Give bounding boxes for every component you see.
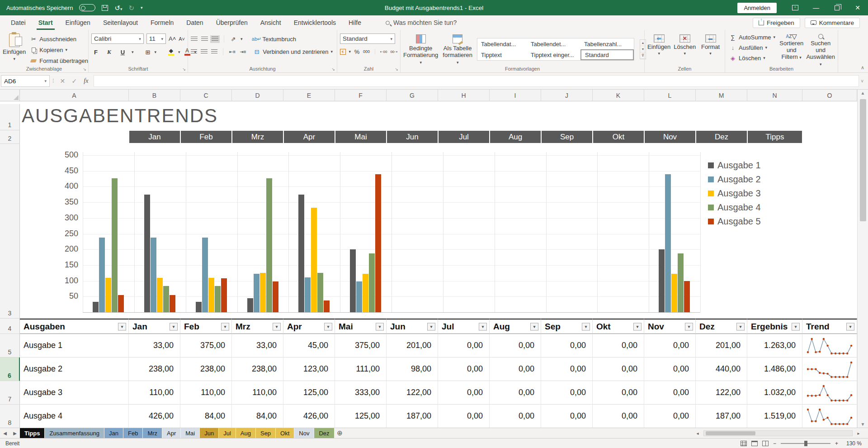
- ribbon-tab-hilfe[interactable]: Hilfe: [342, 15, 368, 30]
- tell-me-search[interactable]: Was möchten Sie tun?: [386, 19, 457, 26]
- chart-bar-ausgabe2-jan[interactable]: [99, 238, 105, 312]
- month-nav-apr[interactable]: Apr: [284, 131, 335, 143]
- filter-button-trend[interactable]: ▾: [846, 323, 854, 330]
- filter-button-jan[interactable]: ▾: [170, 323, 178, 330]
- table-cell-sparkline[interactable]: [802, 381, 857, 405]
- table-cell-value[interactable]: 111,00: [335, 357, 387, 381]
- chart-bar-ausgabe3-apr[interactable]: [260, 273, 266, 312]
- filter-button-mrz[interactable]: ▾: [273, 323, 281, 330]
- chart-bar-ausgabe3-mrz[interactable]: [208, 278, 214, 312]
- table-cell-value[interactable]: 0,00: [593, 405, 644, 428]
- hscroll-right-icon[interactable]: ▸: [854, 431, 863, 436]
- table-cell-name[interactable]: Ausgabe 2: [20, 357, 129, 381]
- table-cell-value[interactable]: 123,00: [283, 357, 335, 381]
- scroll-down-icon[interactable]: ▼: [861, 422, 865, 427]
- sheet-tab-jul[interactable]: Jul: [219, 428, 236, 438]
- tab-scroll-right-icon[interactable]: ▶: [10, 428, 20, 438]
- table-cell-sparkline[interactable]: [802, 405, 857, 428]
- chart-legend-item[interactable]: Ausgabe 5: [708, 216, 761, 227]
- table-cell-value[interactable]: 110,00: [232, 381, 283, 405]
- filter-button-dez[interactable]: ▾: [736, 323, 745, 330]
- table-cell-total[interactable]: 1.486,00: [747, 357, 802, 381]
- accounting-format-button[interactable]: €: [340, 49, 346, 55]
- table-header-aug[interactable]: Aug▾: [490, 319, 541, 334]
- table-cell-value[interactable]: 0,00: [490, 357, 541, 381]
- horizontal-scrollbar[interactable]: ◂ ▸: [693, 428, 868, 438]
- table-header-mai[interactable]: Mai▾: [335, 319, 387, 334]
- row-header-2[interactable]: 2: [0, 130, 20, 144]
- column-header-N[interactable]: N: [747, 90, 802, 101]
- table-cell-value[interactable]: 375,00: [180, 334, 232, 357]
- zoom-slider-thumb[interactable]: [804, 441, 807, 446]
- table-header-nov[interactable]: Nov▾: [644, 319, 696, 334]
- column-header-A[interactable]: A: [20, 90, 129, 101]
- insert-function-icon[interactable]: fx: [80, 77, 92, 85]
- table-cell-value[interactable]: 0,00: [490, 381, 541, 405]
- row-header-7[interactable]: 7: [0, 381, 20, 405]
- decrease-decimal-button[interactable]: 00⇢: [390, 48, 397, 55]
- comments-button[interactable]: Kommentare: [805, 18, 860, 28]
- clear-button[interactable]: ◈Löschen▾: [728, 53, 777, 62]
- column-header-E[interactable]: E: [283, 90, 335, 101]
- chart-bar-ausgabe2-dez[interactable]: [665, 174, 671, 312]
- table-cell-value[interactable]: 238,00: [129, 357, 180, 381]
- filter-button-feb[interactable]: ▾: [221, 323, 229, 330]
- column-header-F[interactable]: F: [335, 90, 387, 101]
- minimize-button[interactable]: —: [806, 0, 826, 15]
- format-painter-button[interactable]: Format übertragen: [28, 56, 90, 65]
- ribbon-tab-formeln[interactable]: Formeln: [144, 15, 180, 30]
- ribbon-tab-start[interactable]: Start: [32, 15, 59, 30]
- month-nav-dez[interactable]: Dez: [696, 131, 747, 143]
- sheet-tab-mai[interactable]: Mai: [181, 428, 199, 438]
- table-header-jun[interactable]: Jun▾: [387, 319, 438, 334]
- close-button[interactable]: ✕: [847, 0, 868, 15]
- chart-bar-ausgabe5-jun[interactable]: [375, 174, 381, 312]
- table-cell-name[interactable]: Ausgabe 1: [20, 334, 129, 357]
- chart-bar-ausgabe4-mai[interactable]: [317, 273, 323, 312]
- orientation-button[interactable]: ⇗: [230, 35, 237, 43]
- table-cell-value[interactable]: 333,00: [335, 381, 387, 405]
- table-cell-value[interactable]: 122,00: [696, 381, 747, 405]
- column-header-B[interactable]: B: [129, 90, 180, 101]
- chart-bar-ausgabe1-dez[interactable]: [659, 249, 665, 312]
- filter-button-aug[interactable]: ▾: [530, 323, 538, 330]
- chart-bar-ausgabe5-mrz[interactable]: [221, 278, 227, 312]
- delete-cells-button[interactable]: ✕ Löschen▾: [673, 33, 696, 56]
- table-header-sep[interactable]: Sep▾: [541, 319, 593, 334]
- table-header-dez[interactable]: Dez▾: [696, 319, 747, 334]
- month-nav-tipps[interactable]: Tipps: [748, 131, 802, 143]
- style-item[interactable]: Tabellenzahl...: [580, 41, 634, 48]
- table-cell-value[interactable]: 0,00: [438, 334, 490, 357]
- sheet-tab-mrz[interactable]: Mrz: [143, 428, 162, 438]
- vertical-scroll-thumb[interactable]: [860, 99, 866, 221]
- chart-bar-ausgabe4-apr[interactable]: [266, 178, 272, 312]
- table-cell-value[interactable]: 110,00: [180, 381, 232, 405]
- new-sheet-button[interactable]: ⊕: [335, 428, 345, 438]
- collapse-ribbon-icon[interactable]: ∧: [861, 65, 864, 71]
- table-cell-value[interactable]: 201,00: [696, 334, 747, 357]
- save-icon[interactable]: [102, 5, 108, 11]
- table-cell-value[interactable]: 0,00: [438, 405, 490, 428]
- filter-button-ausgaben[interactable]: ▾: [118, 323, 126, 330]
- zoom-out-icon[interactable]: −: [773, 440, 776, 447]
- table-cell-value[interactable]: 426,00: [283, 405, 335, 428]
- sheet-tab-dez[interactable]: Dez: [314, 428, 334, 438]
- month-nav-mrz[interactable]: Mrz: [232, 131, 283, 143]
- table-cell-value[interactable]: 125,00: [283, 381, 335, 405]
- table-cell-value[interactable]: 84,00: [180, 405, 232, 428]
- table-cell-value[interactable]: 110,00: [129, 381, 180, 405]
- column-header-M[interactable]: M: [696, 90, 747, 101]
- conditional-formatting-button[interactable]: BedingteFormatierung ▾: [403, 33, 438, 66]
- chart-bar-ausgabe3-mai[interactable]: [311, 208, 317, 312]
- row-header-1[interactable]: 1: [0, 104, 20, 130]
- percent-style-button[interactable]: %: [354, 48, 360, 55]
- font-size-combo[interactable]: 11▾: [146, 33, 166, 44]
- bold-button[interactable]: F: [91, 48, 100, 56]
- filter-button-apr[interactable]: ▾: [324, 323, 332, 330]
- table-cell-value[interactable]: 0,00: [593, 334, 644, 357]
- row-header-3[interactable]: 3: [0, 144, 20, 319]
- ribbon-tab-entwicklertools[interactable]: Entwicklertools: [288, 15, 342, 30]
- table-cell-value[interactable]: 0,00: [438, 357, 490, 381]
- alignment-dialog-launcher[interactable]: ↘: [331, 67, 335, 71]
- horizontal-scroll-thumb[interactable]: [706, 431, 755, 435]
